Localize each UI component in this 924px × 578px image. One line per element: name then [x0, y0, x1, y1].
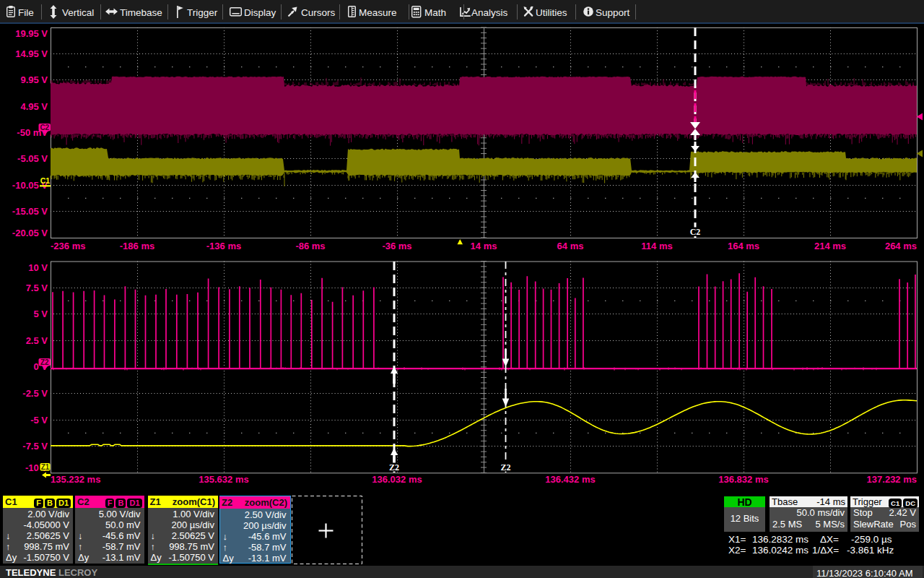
- svg-text:135.632 ms: 135.632 ms: [199, 474, 248, 485]
- svg-text:Math: Math: [424, 7, 446, 18]
- svg-text:2.5 V: 2.5 V: [26, 335, 48, 346]
- svg-text:5 V: 5 V: [33, 309, 48, 319]
- svg-text:-2.5 V: -2.5 V: [22, 388, 48, 399]
- svg-text:Measure: Measure: [359, 7, 397, 18]
- svg-text:4.95 V: 4.95 V: [20, 101, 48, 112]
- svg-text:136.832 ms: 136.832 ms: [718, 474, 768, 485]
- svg-text:Cursors: Cursors: [301, 7, 336, 18]
- svg-text:Analysis: Analysis: [471, 7, 508, 18]
- svg-text:-7.5 V: -7.5 V: [22, 441, 48, 452]
- svg-text:14.95 V: 14.95 V: [15, 48, 48, 59]
- svg-text:135.232 ms: 135.232 ms: [51, 474, 100, 485]
- svg-text:Vertical: Vertical: [62, 7, 94, 18]
- svg-text:-86 ms: -86 ms: [295, 241, 325, 251]
- svg-text:Z1: Z1: [41, 463, 50, 471]
- svg-text:137.232 ms: 137.232 ms: [867, 474, 917, 485]
- svg-text:164 ms: 164 ms: [728, 241, 759, 251]
- svg-text:Support: Support: [596, 7, 630, 18]
- svg-text:Display: Display: [244, 7, 276, 18]
- svg-text:264 ms: 264 ms: [885, 241, 917, 251]
- svg-text:64 ms: 64 ms: [557, 241, 584, 251]
- svg-text:-136 ms: -136 ms: [206, 241, 241, 251]
- svg-text:136.432 ms: 136.432 ms: [545, 474, 595, 485]
- svg-text:114 ms: 114 ms: [641, 241, 672, 251]
- svg-text:9.95 V: 9.95 V: [20, 74, 48, 85]
- svg-text:7.5 V: 7.5 V: [26, 282, 48, 293]
- svg-text:Timebase: Timebase: [120, 7, 162, 18]
- svg-text:Z2: Z2: [40, 358, 49, 366]
- svg-text:-15.05 V: -15.05 V: [12, 206, 48, 217]
- svg-text:19.95 V: 19.95 V: [15, 28, 48, 39]
- svg-text:-5.05 V: -5.05 V: [17, 153, 48, 164]
- svg-text:-5 V: -5 V: [30, 415, 48, 426]
- svg-text:-36 ms: -36 ms: [382, 241, 411, 251]
- svg-text:-236 ms: -236 ms: [51, 241, 85, 251]
- svg-text:Z2: Z2: [389, 462, 399, 473]
- svg-text:-186 ms: -186 ms: [120, 241, 154, 251]
- svg-text:Utilities: Utilities: [536, 7, 567, 18]
- svg-text:C1: C1: [40, 176, 51, 185]
- svg-text:File: File: [18, 7, 34, 18]
- svg-text:-20.05 V: -20.05 V: [12, 228, 48, 238]
- svg-text:Z2: Z2: [500, 462, 510, 473]
- svg-text:C2: C2: [690, 227, 701, 237]
- svg-text:C2: C2: [40, 124, 49, 131]
- svg-text:214 ms: 214 ms: [814, 241, 846, 251]
- svg-text:10 V: 10 V: [28, 262, 48, 273]
- svg-text:136.032 ms: 136.032 ms: [372, 474, 422, 485]
- svg-text:Trigger: Trigger: [187, 7, 218, 18]
- svg-text:14 ms: 14 ms: [471, 241, 497, 251]
